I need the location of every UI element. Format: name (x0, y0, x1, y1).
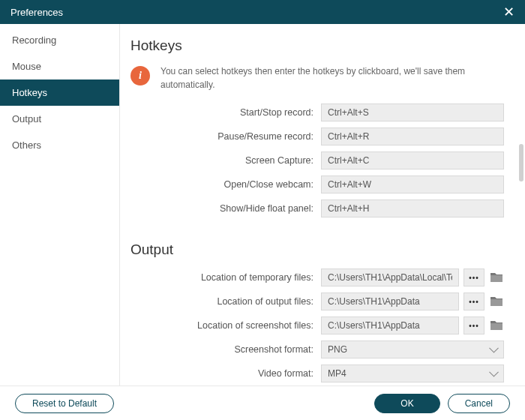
hotkey-label: Start/Stop record: (128, 107, 321, 118)
sidebar-item-mouse[interactable]: Mouse (0, 53, 119, 80)
sidebar: Recording Mouse Hotkeys Output Others (0, 24, 120, 386)
output-label: Location of temporary files: (128, 272, 321, 283)
close-icon[interactable]: ✕ (503, 4, 514, 20)
info-icon: i (130, 66, 150, 86)
browse-button[interactable]: ••• (464, 292, 484, 310)
hotkey-label: Show/Hide float panel: (128, 203, 321, 214)
hotkey-input-start-stop[interactable] (321, 104, 504, 122)
output-row-video-format: Video format: MP4 (128, 364, 504, 382)
output-label: Video format: (128, 368, 321, 379)
sidebar-item-others[interactable]: Others (0, 132, 119, 158)
output-row-screenshot-format: Screenshot format: PNG (128, 340, 504, 358)
sidebar-item-recording[interactable]: Recording (0, 27, 119, 53)
screenshot-format-select[interactable]: PNG (321, 340, 504, 358)
content-panel: Hotkeys i You can select hotkeys then en… (120, 24, 525, 386)
hotkey-label: Pause/Resume record: (128, 131, 321, 142)
output-row-temp-location: Location of temporary files: ••• (128, 268, 504, 286)
body: Recording Mouse Hotkeys Output Others Ho… (0, 24, 525, 386)
titlebar: Preferences ✕ (0, 0, 525, 24)
ok-button[interactable]: OK (374, 394, 440, 413)
folder-icon[interactable] (489, 320, 504, 332)
cancel-button[interactable]: Cancel (448, 394, 510, 413)
footer: Reset to Default OK Cancel (0, 386, 525, 420)
hotkey-row-float-panel: Show/Hide float panel: (128, 200, 504, 218)
hotkey-row-screen-capture: Screen Capture: (128, 152, 504, 170)
output-label: Location of output files: (128, 296, 321, 307)
hotkey-input-pause-resume[interactable] (321, 128, 504, 146)
select-value: PNG (328, 344, 347, 355)
video-format-select[interactable]: MP4 (321, 364, 504, 382)
scrollbar-thumb[interactable] (519, 144, 524, 182)
output-label: Screenshot format: (128, 344, 321, 355)
browse-button[interactable]: ••• (464, 268, 484, 286)
hotkey-label: Screen Capture: (128, 155, 321, 166)
info-text: You can select hotkeys then enter the ho… (160, 64, 504, 92)
output-row-output-location: Location of output files: ••• (128, 292, 504, 310)
hotkey-input-float-panel[interactable] (321, 200, 504, 218)
output-location-input[interactable] (321, 292, 459, 310)
browse-button[interactable]: ••• (464, 316, 484, 334)
window-title: Preferences (10, 7, 63, 18)
hotkey-input-webcam[interactable] (321, 176, 504, 194)
section-title-hotkeys: Hotkeys (128, 38, 504, 54)
folder-icon[interactable] (489, 272, 504, 284)
hotkey-row-webcam: Open/Close webcam: (128, 176, 504, 194)
section-title-output: Output (128, 242, 504, 258)
info-row: i You can select hotkeys then enter the … (128, 64, 504, 92)
hotkey-row-pause-resume: Pause/Resume record: (128, 128, 504, 146)
sidebar-item-hotkeys[interactable]: Hotkeys (0, 80, 119, 106)
hotkey-input-screen-capture[interactable] (321, 152, 504, 170)
hotkey-row-start-stop: Start/Stop record: (128, 104, 504, 122)
select-value: MP4 (328, 368, 346, 379)
screenshot-location-input[interactable] (321, 316, 459, 334)
folder-icon[interactable] (489, 296, 504, 308)
output-row-screenshot-location: Location of screenshot files: ••• (128, 316, 504, 334)
temp-location-input[interactable] (321, 268, 459, 286)
sidebar-item-output[interactable]: Output (0, 106, 119, 132)
reset-button[interactable]: Reset to Default (15, 394, 114, 413)
output-label: Location of screenshot files: (128, 320, 321, 331)
hotkey-label: Open/Close webcam: (128, 179, 321, 190)
